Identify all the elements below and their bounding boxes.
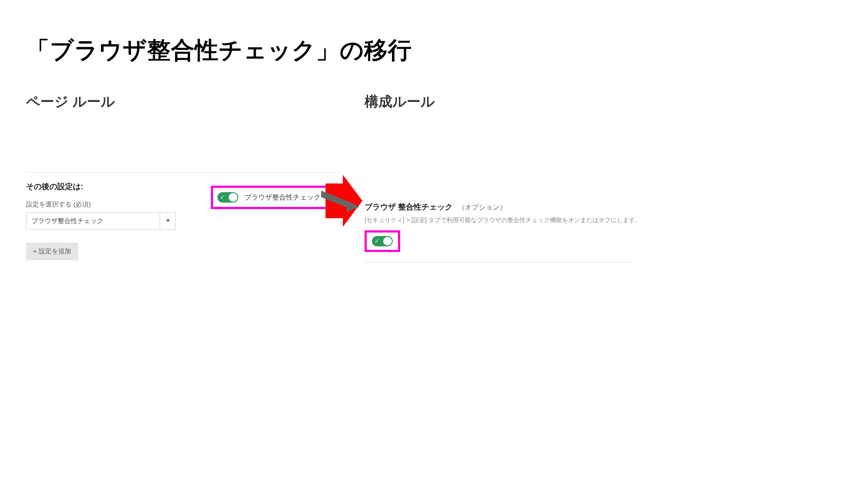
right-description: [セキュリティ] > [設定] タブで利用可能なブラウザの整合性チェック機能をオ… <box>365 216 677 224</box>
add-setting-button[interactable]: + 設定を追加 <box>26 242 78 260</box>
right-column: 構成ルール ブラウザ 整合性チェック （オプション） [セキュリティ] > [設… <box>365 92 677 263</box>
settings-select[interactable]: ブラウザ整合性チェック <box>26 212 176 229</box>
check-icon: ✓ <box>220 194 225 201</box>
page-title: 「ブラウザ整合性チェック」の移行 <box>26 35 842 66</box>
columns: ページ ルール その後の設定は: 設定を選択する (必須) ブラウザ整合性チェッ… <box>26 92 842 263</box>
browser-integrity-toggle-right[interactable]: ✓ <box>372 236 393 246</box>
browser-integrity-toggle-left[interactable]: ✓ <box>217 192 238 203</box>
toggle-knob <box>229 193 237 202</box>
right-title: ブラウザ 整合性チェック <box>365 202 453 212</box>
select-value: ブラウザ整合性チェック <box>26 213 160 229</box>
right-heading: 構成ルール <box>365 92 677 111</box>
left-column: ページ ルール その後の設定は: 設定を選択する (必須) ブラウザ整合性チェッ… <box>26 92 339 263</box>
divider <box>365 262 634 263</box>
divider <box>26 172 339 173</box>
chevron-down-icon <box>160 213 175 229</box>
toggle-highlight-right: ✓ <box>365 230 400 252</box>
right-option-label: （オプション） <box>458 203 506 212</box>
left-heading: ページ ルール <box>26 92 339 111</box>
toggle-knob <box>383 237 392 246</box>
toggle-highlight-left: ✓ ブラウザ整合性チェック <box>211 186 334 209</box>
check-icon: ✓ <box>375 238 379 245</box>
toggle-label: ブラウザ整合性チェック <box>244 193 321 202</box>
right-title-row: ブラウザ 整合性チェック （オプション） <box>365 202 677 212</box>
